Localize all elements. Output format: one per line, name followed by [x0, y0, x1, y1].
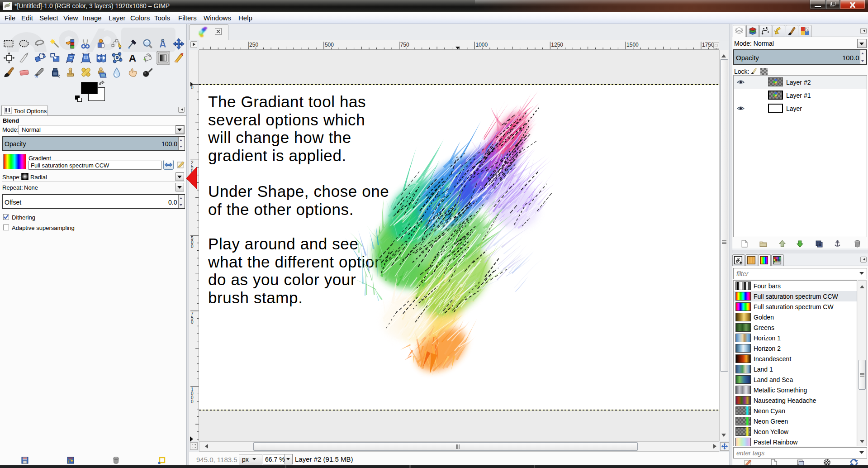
svg-text:0: 0 — [191, 320, 194, 325]
svg-text:A: A — [129, 52, 136, 64]
svg-text:0: 0 — [191, 244, 194, 249]
svg-text:750: 750 — [400, 42, 409, 48]
svg-text:250: 250 — [249, 42, 258, 48]
svg-text:500: 500 — [325, 42, 334, 48]
svg-text:1750: 1750 — [702, 42, 714, 48]
svg-text:1500: 1500 — [626, 42, 639, 48]
svg-text:1000: 1000 — [476, 42, 488, 48]
svg-text:0: 0 — [191, 399, 194, 404]
svg-text:1250: 1250 — [551, 42, 563, 48]
